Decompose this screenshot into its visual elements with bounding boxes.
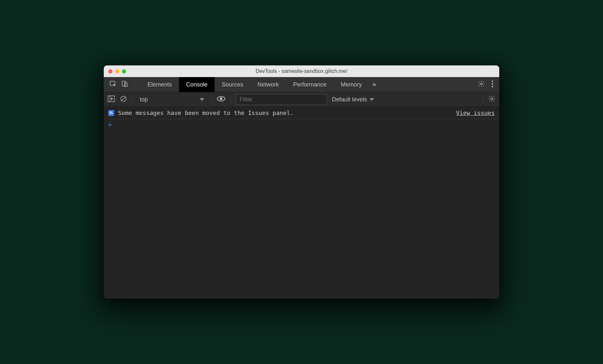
svg-point-4: [492, 80, 493, 82]
devtools-window: DevTools - samesite-sandbox.glitch.me/ E…: [104, 65, 499, 299]
tab-console[interactable]: Console: [179, 77, 215, 92]
tab-performance[interactable]: Performance: [286, 77, 334, 92]
titlebar: DevTools - samesite-sandbox.glitch.me/: [104, 65, 499, 77]
view-issues-link[interactable]: View issues: [456, 109, 495, 116]
separator: [132, 95, 133, 104]
separator: [231, 95, 231, 104]
console-settings-icon[interactable]: [488, 95, 495, 104]
svg-point-6: [492, 85, 493, 87]
main-tabbar: Elements Console Sources Network Perform…: [104, 77, 499, 92]
issues-infobar: Some messages have been moved to the Iss…: [104, 107, 499, 119]
svg-point-5: [492, 83, 493, 84]
separator: [211, 95, 212, 104]
live-expression-icon[interactable]: [217, 96, 225, 104]
tab-elements[interactable]: Elements: [140, 77, 179, 92]
more-tabs-button[interactable]: »: [369, 77, 379, 92]
dropdown-triangle-icon: [200, 98, 204, 101]
panel-tabs: Elements Console Sources Network Perform…: [140, 77, 379, 92]
settings-icon[interactable]: [478, 80, 485, 89]
clear-console-icon[interactable]: [120, 95, 127, 104]
kebab-menu-icon[interactable]: [491, 80, 493, 89]
issues-message: Some messages have been moved to the Iss…: [118, 109, 294, 116]
inspect-element-icon[interactable]: [110, 80, 117, 89]
context-label: top: [140, 96, 148, 103]
svg-rect-1: [122, 81, 125, 86]
execution-context-select[interactable]: top: [138, 96, 206, 103]
tab-sources[interactable]: Sources: [215, 77, 250, 92]
filter-input[interactable]: [236, 94, 327, 105]
console-output[interactable]: >: [104, 119, 499, 299]
log-level-select[interactable]: Default levels: [332, 96, 374, 103]
console-prompt: >: [108, 121, 112, 128]
toggle-sidebar-icon[interactable]: [108, 96, 115, 104]
svg-point-13: [491, 98, 493, 100]
chevron-right-double-icon: »: [372, 80, 376, 89]
tab-memory[interactable]: Memory: [334, 77, 369, 92]
window-title: DevTools - samesite-sandbox.glitch.me/: [104, 68, 499, 74]
svg-point-12: [220, 97, 222, 100]
svg-point-3: [480, 83, 482, 85]
svg-line-10: [122, 97, 125, 100]
console-toolbar: top Default levels: [104, 92, 499, 107]
dropdown-triangle-icon: [370, 98, 374, 101]
level-label: Default levels: [332, 96, 367, 103]
device-toolbar-icon[interactable]: [121, 80, 128, 89]
tab-network[interactable]: Network: [250, 77, 286, 92]
separator: [483, 95, 483, 104]
issue-icon: [108, 110, 114, 116]
